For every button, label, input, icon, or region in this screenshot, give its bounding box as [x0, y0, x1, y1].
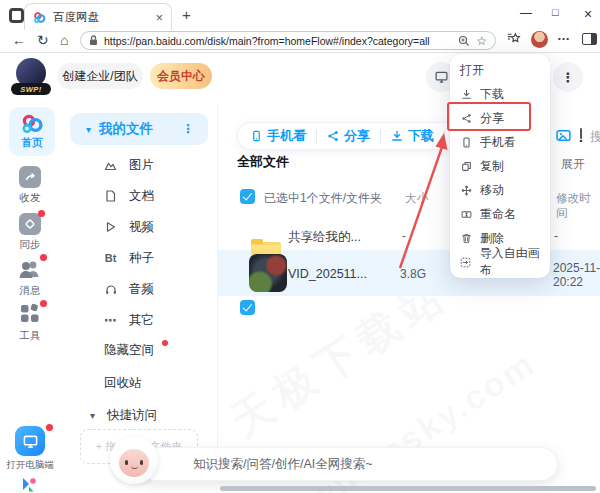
videos-label: 视频: [129, 219, 154, 236]
quick-caret-icon[interactable]: ▾: [90, 410, 95, 421]
avatar-badge: SWP!: [11, 83, 51, 95]
menu-item-rename[interactable]: 重命名: [450, 202, 550, 226]
sidebar-item-pictures[interactable]: 图片: [104, 155, 154, 175]
toolbar-share-button[interactable]: 分享: [327, 127, 370, 145]
tab-title: 百度网盘: [53, 10, 148, 25]
image-search-icon[interactable]: [556, 129, 571, 142]
phone-view-label: 手机看: [267, 127, 306, 145]
column-modified[interactable]: 修改时间: [556, 191, 600, 221]
download-icon: [460, 88, 472, 100]
open-label: 打开: [460, 62, 484, 79]
create-team-button[interactable]: 创建企业/团队: [57, 63, 143, 89]
menu-item-phone-view[interactable]: 手机看: [450, 130, 550, 154]
zoom-page-icon[interactable]: [458, 35, 470, 47]
column-size[interactable]: 大小: [405, 191, 428, 206]
sidebar-item-hidden-space[interactable]: 隐藏空间: [104, 340, 154, 360]
delete-icon: [460, 232, 472, 244]
rail-label-send[interactable]: 收发: [0, 191, 60, 205]
torrent-label: 种子: [129, 250, 154, 267]
sidebar-item-docs[interactable]: 文档: [104, 186, 154, 206]
send-receive-icon[interactable]: [19, 166, 41, 188]
hidden-space-label: 隐藏空间: [104, 342, 154, 359]
hidden-space-dot: [162, 340, 168, 346]
toolbar-phone-view-button[interactable]: 手机看: [251, 127, 306, 145]
menu-item-import-canvas[interactable]: 导入自由画布: [450, 250, 550, 274]
browser-profile-avatar[interactable]: [531, 31, 548, 48]
import-canvas-label: 导入自由画布: [480, 245, 550, 279]
open-desktop-icon[interactable]: [15, 426, 45, 456]
partner-app-logo-icon[interactable]: [21, 477, 39, 493]
messages-notification-dot: [40, 254, 47, 261]
horizontal-scrollbar[interactable]: [220, 486, 596, 491]
context-menu: 打开 下载 分享 手机看 复制 移动 重命名: [450, 54, 550, 278]
rail-label-tools[interactable]: 工具: [0, 329, 60, 343]
others-label: 其它: [129, 312, 154, 329]
menu-item-open[interactable]: 打开: [450, 58, 550, 82]
audio-icon: [104, 284, 117, 295]
toolbar-divider: [444, 130, 445, 143]
rename-icon: [460, 208, 472, 220]
row-checkbox-checked[interactable]: [240, 300, 255, 315]
all-files-title: 全部文件: [237, 153, 289, 171]
header-more-button[interactable]: ⋮: [553, 62, 583, 92]
tab-actions-icon[interactable]: [9, 8, 24, 23]
phone-icon: [460, 136, 472, 148]
new-tab-button[interactable]: +: [182, 6, 191, 23]
sidebar-my-files[interactable]: ▾ 我的文件 ⋮: [70, 113, 208, 145]
collections-icon[interactable]: [506, 31, 521, 46]
toolbar-divider: [380, 130, 381, 143]
expand-toggle[interactable]: 展开: [561, 156, 585, 173]
file-row-name[interactable]: 共享给我的...: [288, 229, 361, 246]
select-all-checkbox[interactable]: [240, 189, 255, 204]
toolbar-divider: [316, 130, 317, 143]
sync-icon[interactable]: [19, 213, 41, 235]
sidebar-item-recycle-bin[interactable]: 回收站: [104, 373, 142, 393]
menu-item-move[interactable]: 移动: [450, 178, 550, 202]
window-maximize-button[interactable]: □: [552, 6, 559, 18]
favorite-star-icon[interactable]: ☆: [476, 34, 487, 48]
vip-center-button[interactable]: 会员中心: [150, 63, 212, 89]
sidebar-item-others[interactable]: ⋯ 其它: [104, 310, 154, 330]
home-icon[interactable]: ⌂: [60, 32, 68, 48]
address-bar[interactable]: https://pan.baidu.com/disk/main?from=hom…: [80, 31, 496, 50]
search-input[interactable]: 搜: [590, 129, 600, 146]
quick-access-label: 快捷访问: [107, 407, 157, 424]
sidebar-item-torrent[interactable]: Bt 种子: [104, 248, 154, 268]
mascot-face: [119, 449, 149, 477]
rename-label: 重命名: [480, 206, 516, 223]
ai-search-placeholder: 知识搜索/问答/创作/AI全网搜索~: [193, 456, 373, 473]
messages-icon[interactable]: [17, 257, 43, 281]
browser-chrome: 百度网盘 × + — □ × ← ↻ ⌂ https://pan.baidu.c…: [0, 0, 600, 53]
sidebar-item-videos[interactable]: 视频: [104, 217, 154, 237]
browser-tab[interactable]: 百度网盘 ×: [24, 3, 172, 30]
rail-label-sync[interactable]: 同步: [0, 238, 60, 252]
rail-item-home[interactable]: 首页: [9, 107, 55, 156]
toolbar-download-button[interactable]: 下载: [391, 127, 434, 145]
reload-icon[interactable]: ↻: [37, 32, 49, 48]
my-files-more-icon[interactable]: ⋮: [182, 122, 194, 136]
window-close-button[interactable]: ×: [584, 6, 592, 22]
browser-more-icon[interactable]: …: [557, 28, 570, 43]
tab-close-icon[interactable]: ×: [155, 11, 163, 24]
back-icon[interactable]: ←: [12, 32, 26, 48]
file-row-name[interactable]: VID_202511...: [288, 267, 367, 281]
search-tool-icon[interactable]: [577, 128, 585, 143]
tools-icon[interactable]: [20, 303, 40, 323]
rail-label-desktop[interactable]: 打开电脑端: [0, 459, 60, 472]
others-icon: ⋯: [104, 313, 117, 328]
selection-toolbar: 手机看 分享 下载: [237, 122, 470, 150]
videos-icon: [104, 221, 117, 233]
bt-icon: Bt: [104, 252, 117, 264]
assistant-mascot[interactable]: [108, 436, 160, 488]
window-minimize-button[interactable]: —: [520, 6, 532, 20]
menu-item-copy[interactable]: 复制: [450, 154, 550, 178]
sidebar-item-quick-access[interactable]: ▾ 快捷访问: [90, 405, 157, 425]
caret-down-icon[interactable]: ▾: [86, 124, 91, 135]
split-screen-icon[interactable]: [582, 33, 597, 45]
rail-label-messages[interactable]: 消息: [0, 284, 60, 298]
share-label: 分享: [344, 127, 370, 145]
sidebar-item-audio[interactable]: 音频: [104, 279, 154, 299]
delete-label: 删除: [480, 230, 504, 247]
ai-search-bar[interactable]: 知识搜索/问答/创作/AI全网搜索~: [138, 447, 558, 481]
video-thumbnail[interactable]: [249, 254, 287, 292]
